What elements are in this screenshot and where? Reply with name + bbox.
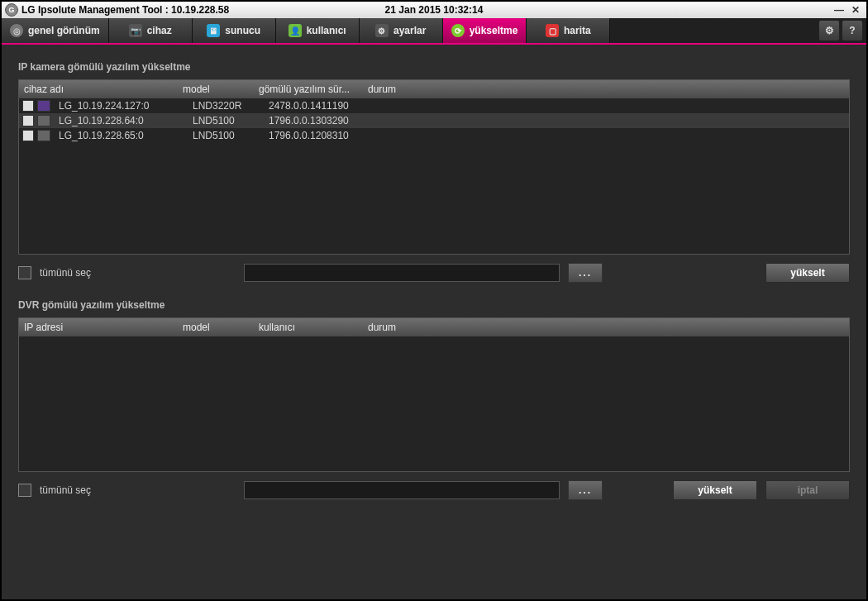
upgrade-button[interactable]: yükselt: [765, 263, 850, 283]
tab-label: ayarlar: [393, 25, 426, 36]
settings-icon: ⚙: [375, 24, 389, 37]
ip-camera-action-row: tümünü seç ... yükselt: [18, 263, 850, 283]
camera-icon: [37, 115, 50, 126]
tab-upgrade[interactable]: ⟳ yükseltme: [443, 18, 527, 43]
overview-icon: ◎: [10, 24, 23, 37]
upgrade-button[interactable]: yükselt: [673, 480, 757, 500]
tab-map[interactable]: ▢ harita: [527, 18, 610, 43]
minimize-button[interactable]: —: [832, 4, 847, 16]
gear-button[interactable]: ⚙: [818, 20, 840, 41]
tab-label: yükseltme: [470, 25, 518, 36]
col-user[interactable]: kullanıcı: [254, 322, 363, 333]
section-title: DVR gömülü yazılım yükseltme: [18, 299, 850, 311]
cell-name: LG_10.19.228.65:0: [54, 130, 188, 141]
help-icon: ?: [849, 25, 855, 36]
app-window: G LG Ipsolute Management Tool : 10.19.22…: [0, 0, 868, 601]
dvr-table-body: [19, 336, 849, 471]
firmware-path-input[interactable]: [244, 264, 560, 282]
browse-button[interactable]: ...: [568, 480, 603, 500]
cell-model: LND5100: [188, 115, 264, 126]
tab-label: kullanıcı: [307, 25, 346, 36]
firmware-path-input[interactable]: [244, 481, 560, 499]
select-all-checkbox[interactable]: [18, 484, 31, 497]
cell-name: LG_10.19.224.127:0: [54, 100, 188, 112]
content-area: IP kamera gömülü yazılım yükseltme cihaz…: [2, 45, 866, 599]
col-status[interactable]: durum: [363, 322, 849, 333]
col-model[interactable]: model: [178, 322, 254, 333]
camera-icon: [37, 100, 50, 112]
upgrade-icon: ⟳: [451, 24, 465, 37]
tab-label: sunucu: [225, 25, 260, 36]
camera-icon: [37, 130, 50, 141]
close-button[interactable]: ✕: [848, 4, 863, 16]
table-row[interactable]: LG_10.19.224.127:0 LND3220R 2478.0.0.141…: [19, 98, 849, 113]
ip-camera-table-body: LG_10.19.224.127:0 LND3220R 2478.0.0.141…: [19, 98, 849, 254]
tab-user[interactable]: 👤 kullanıcı: [276, 18, 360, 43]
cell-firmware: 1796.0.0.1208310: [264, 130, 373, 141]
window-datetime: 21 Jan 2015 10:32:14: [385, 4, 484, 16]
select-all-checkbox[interactable]: [18, 266, 31, 279]
tab-label: cihaz: [147, 25, 172, 36]
main-tabbar: ◎ genel görünüm 📷 cihaz 🖥 sunucu 👤 kulla…: [2, 18, 866, 45]
ip-camera-upgrade-section: IP kamera gömülü yazılım yükseltme cihaz…: [18, 61, 850, 283]
cancel-button[interactable]: iptal: [765, 480, 850, 500]
map-icon: ▢: [546, 24, 559, 37]
tab-label: genel görünüm: [28, 25, 100, 36]
tab-device[interactable]: 📷 cihaz: [109, 18, 193, 43]
gear-icon: ⚙: [825, 25, 834, 36]
titlebar: G LG Ipsolute Management Tool : 10.19.22…: [2, 2, 866, 18]
section-title: IP kamera gömülü yazılım yükseltme: [18, 61, 850, 73]
browse-button[interactable]: ...: [568, 263, 603, 283]
dvr-upgrade-section: DVR gömülü yazılım yükseltme IP adresi m…: [18, 299, 850, 500]
server-icon: 🖥: [207, 24, 220, 37]
col-model[interactable]: model: [178, 83, 254, 95]
tab-server[interactable]: 🖥 sunucu: [193, 18, 276, 43]
row-checkbox[interactable]: [22, 100, 34, 112]
cell-firmware: 1796.0.0.1303290: [264, 115, 373, 126]
cell-name: LG_10.19.228.64:0: [54, 115, 188, 126]
col-firmware[interactable]: gömülü yazılım sür...: [254, 83, 363, 95]
window-title: LG Ipsolute Management Tool : 10.19.228.…: [21, 4, 229, 16]
tab-settings[interactable]: ⚙ ayarlar: [360, 18, 443, 43]
tab-overview[interactable]: ◎ genel görünüm: [2, 18, 109, 43]
col-status[interactable]: durum: [363, 83, 849, 95]
dvr-table-header: IP adresi model kullanıcı durum: [19, 318, 849, 336]
user-icon: 👤: [289, 24, 302, 37]
help-button[interactable]: ?: [842, 20, 863, 41]
dvr-action-row: tümünü seç ... yükselt iptal: [18, 480, 850, 500]
cell-model: LND3220R: [188, 100, 264, 112]
col-ip[interactable]: IP adresi: [19, 322, 178, 333]
device-icon: 📷: [129, 24, 142, 37]
row-checkbox[interactable]: [22, 130, 34, 141]
table-row[interactable]: LG_10.19.228.65:0 LND5100 1796.0.0.12083…: [19, 128, 849, 143]
tabbar-spacer: [610, 18, 818, 43]
select-all-label: tümünü seç: [40, 484, 91, 496]
table-row[interactable]: LG_10.19.228.64:0 LND5100 1796.0.0.13032…: [19, 113, 849, 128]
ip-camera-table-panel: cihaz adı model gömülü yazılım sür... du…: [18, 79, 850, 255]
cell-firmware: 2478.0.0.1411190: [264, 100, 373, 112]
ip-camera-table-header: cihaz adı model gömülü yazılım sür... du…: [19, 80, 849, 98]
dvr-table-panel: IP adresi model kullanıcı durum: [18, 317, 850, 472]
select-all-label: tümünü seç: [40, 267, 91, 279]
cell-model: LND5100: [188, 130, 264, 141]
tab-label: harita: [564, 25, 591, 36]
col-device-name[interactable]: cihaz adı: [19, 83, 178, 95]
row-checkbox[interactable]: [22, 115, 34, 126]
app-icon: G: [5, 3, 18, 17]
